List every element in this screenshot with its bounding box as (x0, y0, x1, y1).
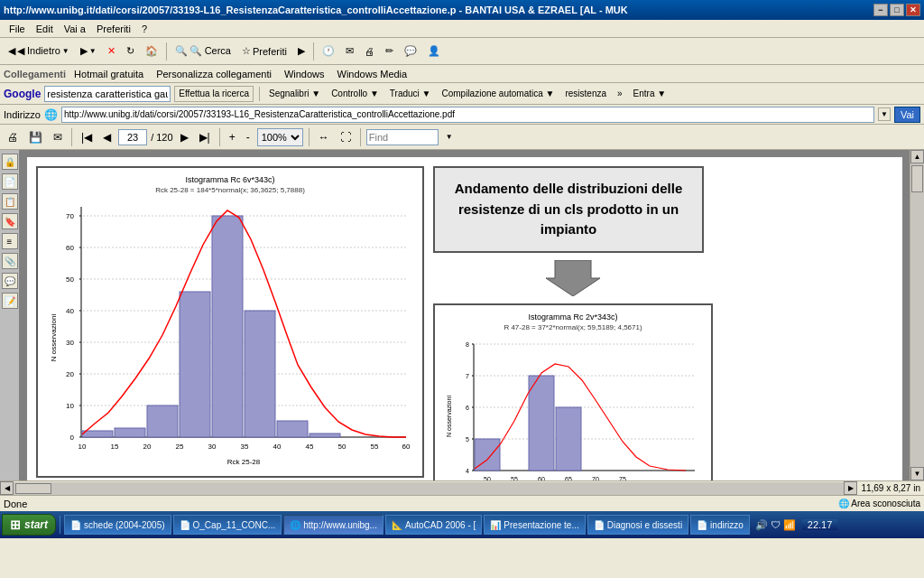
menu-bar: File Edit Vai a Preferiti ? (0, 20, 924, 38)
google-resistenza[interactable]: resistenza (561, 86, 610, 102)
taskbar-item-6[interactable]: 📄 indirizzo (690, 515, 750, 535)
forward-icon: ▶ (80, 45, 88, 57)
pdf-print-button[interactable]: 🖨 (4, 127, 22, 147)
pdf-fit-page-button[interactable]: ⛶ (337, 127, 355, 147)
scroll-left-button[interactable]: ◀ (0, 481, 14, 495)
taskbar-item-4[interactable]: 📊 Presentazione te... (484, 515, 585, 535)
refresh-button[interactable]: ↻ (122, 41, 139, 62)
stop-button[interactable]: ✕ (103, 41, 120, 62)
link-hotmail[interactable]: Hotmail gratuita (69, 67, 148, 81)
start-button[interactable]: ⊞ start (2, 514, 56, 536)
pdf-find-input[interactable] (366, 129, 439, 145)
discuss-icon: 💬 (404, 45, 417, 57)
scroll-thumb[interactable] (911, 165, 923, 192)
taskbar-item-0[interactable]: 📄 schede (2004-2005) (64, 515, 171, 535)
pdf-find-button[interactable]: ▼ (442, 127, 457, 147)
pdf-sep-4 (360, 128, 361, 146)
home-button[interactable]: 🏠 (141, 41, 162, 62)
tray-icon-security: 🛡 (771, 519, 781, 530)
taskbar-label-0: schede (2004-2005) (84, 520, 165, 530)
sidebar-attach-icon[interactable]: 📎 (2, 253, 18, 269)
sidebar-bookmark-icon[interactable]: 🔖 (2, 213, 18, 229)
google-search-input[interactable] (44, 86, 171, 102)
print-button[interactable]: 🖨 (360, 41, 379, 62)
right-scrollbar[interactable]: ▲ ▼ (910, 150, 924, 480)
google-compilazione[interactable]: Compilazione automatica ▼ (439, 86, 559, 102)
taskbar-label-5: Diagnosi e dissesti (607, 520, 682, 530)
google-search-button[interactable]: Effettua la ricerca (174, 86, 254, 102)
menu-vai[interactable]: Vai a (59, 22, 91, 36)
sidebar-lock-icon[interactable]: 🔒 (2, 154, 18, 170)
link-personalizza[interactable]: Personalizza collegamenti (152, 67, 276, 81)
menu-help[interactable]: ? (136, 22, 152, 36)
taskbar-label-4: Presentazione te... (504, 520, 578, 530)
sidebar-fields-icon[interactable]: 📝 (2, 293, 18, 309)
taskbar-item-5[interactable]: 📄 Diagnosi e dissesti (587, 515, 688, 535)
taskbar-item-3[interactable]: 📐 AutoCAD 2006 - [ (385, 515, 482, 535)
sidebar-doc-icon[interactable]: 📄 (2, 173, 18, 190)
chart1-svg: N osservazioni 0 10 20 30 40 50 60 70 80 (45, 198, 415, 469)
menu-preferiti[interactable]: Preferiti (91, 22, 136, 36)
system-tray: 🔊 🛡 📶 22.17 (752, 511, 842, 538)
start-label: start (24, 518, 48, 531)
taskbar-label-1: O_Cap_11_CONC... (193, 520, 276, 530)
svg-text:30: 30 (66, 339, 74, 347)
discuss-button[interactable]: 💬 (400, 41, 421, 62)
pdf-next-page-button[interactable]: ▶ (177, 127, 192, 147)
google-divider (259, 87, 260, 101)
pdf-page: Istogramma Rc 6v*343c) Rck 25-28 = 184*5… (27, 157, 902, 480)
links-bar: Collegamenti Hotmail gratuita Personaliz… (0, 65, 924, 83)
pdf-prev-page-button[interactable]: ◀ (99, 127, 115, 147)
google-logo: Google (4, 88, 41, 100)
google-segnalibri[interactable]: Segnalibri ▼ (265, 86, 324, 102)
pdf-save-button[interactable]: 💾 (25, 127, 46, 147)
pdf-page-input[interactable] (118, 129, 147, 145)
pdf-first-page-button[interactable]: |◀ (78, 127, 96, 147)
menu-file[interactable]: File (4, 22, 31, 36)
mail-button[interactable]: ✉ (341, 41, 358, 62)
history-icon: 🕐 (322, 45, 335, 57)
link-windows-media[interactable]: Windows Media (333, 67, 412, 81)
favorites-button[interactable]: ☆ Preferiti (237, 41, 291, 62)
svg-text:6: 6 (466, 405, 469, 411)
maximize-button[interactable]: □ (890, 4, 904, 16)
google-controllo[interactable]: Controllo ▼ (328, 86, 383, 102)
messenger-button[interactable]: 👤 (423, 41, 445, 62)
pdf-email-button[interactable]: ✉ (50, 127, 66, 147)
sidebar-page-icon[interactable]: 📋 (2, 193, 18, 210)
toolbar-separator-1 (166, 42, 167, 61)
pdf-zoom-in-button[interactable]: + (226, 127, 239, 147)
pdf-zoom-select[interactable]: 100% 50% 75% 125% 150% 200% (257, 128, 303, 146)
search-button[interactable]: 🔍 🔍 Cerca (171, 41, 236, 62)
scroll-track[interactable] (910, 163, 924, 467)
scroll-down-button[interactable]: ▼ (910, 467, 924, 480)
address-input[interactable] (61, 107, 874, 123)
pdf-zoom-out-button[interactable]: - (243, 127, 254, 147)
menu-edit[interactable]: Edit (31, 22, 59, 36)
scroll-up-button[interactable]: ▲ (910, 150, 924, 163)
address-dropdown-icon[interactable]: ▼ (878, 107, 891, 121)
history-button[interactable]: 🕐 (318, 41, 339, 62)
media-button[interactable]: ▶ (293, 41, 310, 62)
close-button[interactable]: ✕ (906, 4, 920, 16)
google-traduci[interactable]: Traduci ▼ (386, 86, 435, 102)
taskbar-item-1[interactable]: 📄 O_Cap_11_CONC... (173, 515, 282, 535)
minimize-button[interactable]: − (873, 4, 888, 16)
back-button[interactable]: ◀ ◀ Indietro ▼ (4, 41, 74, 62)
hscroll-track[interactable] (14, 482, 844, 495)
forward-button[interactable]: ▶ ▼ (76, 41, 101, 62)
address-go-button[interactable]: Vai (894, 107, 920, 123)
hscroll-thumb[interactable] (15, 483, 51, 494)
scroll-right-button[interactable]: ▶ (844, 481, 857, 495)
pdf-last-page-button[interactable]: ▶| (196, 127, 214, 147)
taskbar-item-2[interactable]: 🌐 http://www.unibg... (283, 515, 383, 535)
link-windows[interactable]: Windows (280, 67, 329, 81)
google-more[interactable]: » (614, 86, 626, 102)
svg-text:7: 7 (466, 373, 469, 379)
pdf-fit-width-button[interactable]: ↔ (315, 127, 333, 147)
left-sidebar: 🔒 📄 📋 🔖 ≡ 📎 💬 📝 (0, 150, 20, 480)
sidebar-layers-icon[interactable]: ≡ (2, 233, 18, 249)
google-entra[interactable]: Entra ▼ (630, 86, 670, 102)
sidebar-comments-icon[interactable]: 💬 (2, 273, 18, 289)
edit-button[interactable]: ✏ (381, 41, 398, 62)
